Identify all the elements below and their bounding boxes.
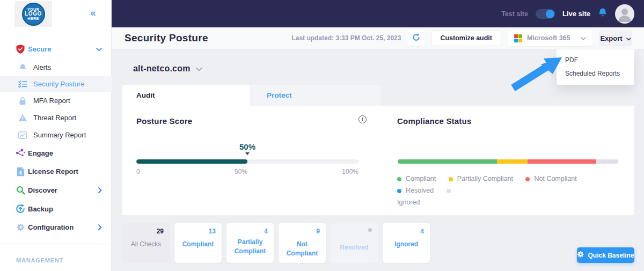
info-icon[interactable]: !	[358, 115, 367, 123]
sidebar-item-alerts[interactable]: Alerts	[0, 59, 112, 76]
page-title: Security Posture	[125, 32, 208, 44]
sidebar-item-configuration[interactable]: Configuration	[0, 218, 112, 237]
customize-audit-label: Customize audit	[440, 34, 492, 42]
card-all-checks[interactable]: 29 All Checks	[122, 223, 170, 263]
export-menu-item-pdf[interactable]: PDF	[557, 54, 634, 67]
chart-line-icon	[18, 131, 27, 139]
card-count: 29	[157, 228, 164, 235]
card-count: 13	[209, 228, 216, 235]
card-label: Partially Compliant	[226, 238, 274, 256]
integration-select[interactable]: Microsoft 365	[508, 30, 592, 46]
customize-audit-button[interactable]: Customize audit	[431, 30, 501, 46]
license-document-icon: $	[15, 167, 26, 177]
sidebar: YOUR LOGO HERE « Secure Alerts Security …	[0, 0, 112, 271]
test-site-label: Test site	[501, 10, 528, 18]
svg-text:$: $	[19, 170, 21, 175]
engage-network-icon	[15, 149, 26, 157]
site-name: alt-netco.com	[133, 64, 191, 74]
legend-item-ignored: Ignored	[397, 199, 420, 206]
card-label: Ignored	[383, 240, 430, 249]
sidebar-item-secure[interactable]: Secure	[0, 41, 112, 57]
card-count: 4	[420, 228, 424, 235]
sidebar-item-summary-report[interactable]: Summary Report	[0, 127, 112, 143]
refresh-button[interactable]	[407, 30, 425, 46]
card-label: Resolved	[331, 243, 378, 252]
chevron-right-icon	[98, 186, 102, 195]
sidebar-item-label: Alerts	[33, 63, 51, 71]
compliance-stacked-bar	[398, 159, 618, 164]
card-label: All Checks	[122, 240, 170, 249]
compliance-status-title: Compliance Status	[397, 116, 471, 126]
segment-partially-compliant	[497, 159, 528, 164]
sidebar-item-label: Engage	[28, 149, 53, 157]
legend-label: Compliant	[406, 175, 436, 182]
lock-icon	[18, 97, 27, 105]
posture-score-gauge: 50% 0 50% 100%	[136, 159, 358, 175]
score-marker-icon	[245, 152, 250, 155]
backup-sync-icon	[15, 204, 26, 214]
posture-axis-ticks: 0 50% 100%	[136, 168, 358, 175]
sidebar-item-threat-report[interactable]: Threat Report	[0, 109, 112, 127]
sidebar-collapse-icon[interactable]: «	[90, 7, 103, 20]
sidebar-item-engage[interactable]: Engage	[0, 144, 112, 162]
tab-protect[interactable]: Protect	[250, 85, 381, 106]
chevron-down-icon	[196, 64, 202, 74]
toggle-knob	[546, 10, 554, 18]
sidebar-item-label: MFA Report	[33, 97, 70, 105]
card-compliant[interactable]: 13 Compliant	[174, 223, 222, 263]
card-not-compliant[interactable]: 9 Not Compliant	[279, 223, 326, 263]
sidebar-item-license-report[interactable]: $ License Report	[0, 162, 112, 181]
legend-label: Not Compliant	[534, 175, 576, 182]
quick-baseline-button[interactable]: Quick Baseline	[577, 247, 634, 263]
legend-item-compliant: Compliant	[397, 175, 436, 182]
card-resolved[interactable]: Resolved	[331, 223, 378, 263]
topbar: Test site Live site	[112, 0, 644, 27]
integration-value: Microsoft 365	[527, 34, 570, 42]
tab-audit[interactable]: Audit	[122, 85, 250, 106]
legend-dot	[525, 177, 530, 181]
legend-item-resolved: Resolved	[397, 187, 434, 194]
export-menu-item-scheduled-reports[interactable]: Scheduled Reports	[557, 67, 634, 80]
card-count: 9	[316, 228, 320, 235]
user-avatar[interactable]	[615, 4, 634, 24]
segment-not-compliant	[528, 159, 596, 164]
card-ignored[interactable]: 4 Ignored	[383, 223, 430, 263]
sidebar-item-mfa-report[interactable]: MFA Report	[0, 92, 112, 109]
posture-score-value: 50%	[239, 142, 255, 151]
segment-ignored	[596, 159, 618, 164]
legend-dot	[397, 177, 401, 181]
site-mode-toggle[interactable]	[536, 9, 555, 19]
legend-dot	[447, 189, 451, 193]
sidebar-item-discover[interactable]: Discover	[0, 181, 112, 200]
legend-item-ignored-dot	[447, 187, 451, 194]
logo-text: LOGO	[25, 11, 41, 17]
warning-triangle-icon	[18, 114, 27, 122]
sidebar-divider	[0, 244, 112, 244]
logo-text: HERE	[27, 17, 39, 20]
last-updated-label: Last updated: 3:33 PM Oct. 25, 2023	[291, 34, 401, 42]
chevron-down-icon	[581, 34, 586, 42]
sidebar-item-label: Discover	[28, 186, 57, 194]
resolved-dot-icon	[368, 228, 372, 232]
legend-dot	[449, 177, 453, 181]
legend-label: Resolved	[406, 187, 434, 194]
chevron-down-icon	[96, 44, 102, 54]
management-section-label: MANAGEMENT	[16, 257, 63, 263]
notification-bell-icon[interactable]	[598, 8, 608, 20]
company-logo: YOUR LOGO HERE	[14, 1, 52, 27]
alert-bell-icon	[18, 63, 27, 72]
tick-label: 0	[136, 168, 140, 175]
sidebar-item-security-posture[interactable]: Security Posture	[0, 76, 112, 92]
card-label: Compliant	[174, 240, 222, 249]
card-partially-compliant[interactable]: 4 Partially Compliant	[226, 223, 274, 263]
tick-label: 50%	[235, 168, 247, 175]
posture-score-title: Posture Score	[136, 116, 192, 126]
export-dropdown-menu: PDF Scheduled Reports	[557, 49, 634, 85]
page-header: Security Posture Last updated: 3:33 PM O…	[112, 27, 644, 49]
tab-label: Protect	[267, 91, 292, 99]
segment-compliant	[398, 159, 497, 164]
sidebar-item-label: Security Posture	[33, 80, 84, 88]
sidebar-item-backup[interactable]: Backup	[0, 200, 112, 218]
site-selector[interactable]: alt-netco.com	[133, 64, 202, 74]
export-button[interactable]: Export	[599, 30, 632, 46]
